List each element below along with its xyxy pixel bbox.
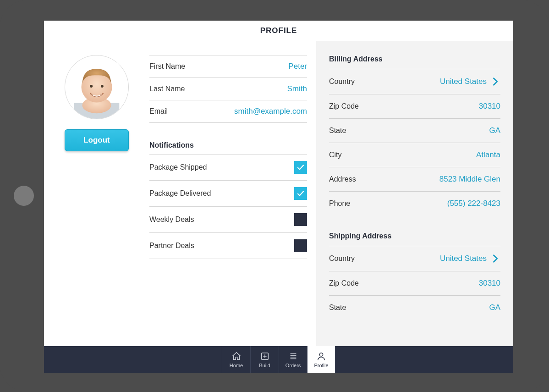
address-label: State [329,127,346,135]
address-label: Zip Code [329,102,359,110]
shipping-rows: CountryUnited StatesZip Code30310StateGA [329,246,500,320]
address-panel: Billing Address CountryUnited StatesZip … [316,41,513,346]
notification-row: Package Delivered [149,181,307,207]
tab-label: Home [230,363,243,368]
tab-profile[interactable]: Profile [307,346,335,373]
notification-checkbox[interactable] [294,161,307,174]
address-label: Country [329,254,355,263]
notification-row: Partner Deals [149,233,307,259]
address-value: Atlanta [476,150,500,160]
field-label: Email [149,107,168,116]
notification-row: Package Shipped [149,155,307,181]
chevron-right-icon [490,77,500,87]
notification-label: Partner Deals [149,242,194,250]
profile-fields: First Name Peter Last Name Smith Email s… [149,41,316,346]
notifications-title: Notifications [149,141,307,155]
address-value: 30310 [479,279,500,288]
address-row[interactable]: StateGA [329,296,500,320]
tab-build[interactable]: Build [250,346,279,373]
address-label: Zip Code [329,279,359,287]
address-value: GA [489,303,500,312]
tab-label: Build [259,363,270,368]
notification-checkbox[interactable] [294,239,307,252]
address-value: 8523 Middle Glen [439,175,500,184]
address-label: State [329,304,346,312]
address-label: Address [329,175,356,183]
address-value: United States [440,254,500,264]
field-label: Last Name [149,85,185,93]
tab-label: Profile [314,363,328,368]
shipping-title: Shipping Address [329,232,500,246]
address-row[interactable]: Zip Code30310 [329,94,500,119]
field-label: First Name [149,62,185,71]
field-last-name[interactable]: Last Name Smith [149,78,307,100]
svg-point-3 [90,85,93,88]
address-value: United States [440,77,500,87]
svg-point-12 [319,353,323,356]
address-row[interactable]: CityAtlanta [329,143,500,167]
notification-checkbox[interactable] [294,213,307,226]
logout-button[interactable]: Logout [65,129,129,151]
billing-block: Billing Address CountryUnited StatesZip … [329,55,500,215]
check-icon [296,189,305,198]
shipping-block: Shipping Address CountryUnited StatesZip… [329,232,500,320]
list-icon [288,351,298,361]
field-value: Smith [287,84,307,94]
plus-square-icon [260,351,270,361]
device-home-button[interactable] [14,186,34,206]
home-icon [231,351,242,361]
header: PROFILE [44,21,513,41]
notification-label: Package Delivered [149,189,211,198]
check-icon [296,163,305,171]
address-row[interactable]: StateGA [329,119,500,143]
field-email[interactable]: Email smith@example.com [149,100,307,123]
page-title: PROFILE [44,26,513,35]
notification-label: Weekly Deals [149,215,194,224]
field-value: smith@example.com [234,107,307,116]
screen: PROFILE [44,21,513,373]
avatar[interactable] [65,55,129,119]
tab-bar: HomeBuildOrdersProfile [44,346,513,373]
billing-title: Billing Address [329,55,500,69]
address-value: 30310 [479,102,500,111]
chevron-right-icon [490,254,500,264]
notifications-list: Package ShippedPackage DeliveredWeekly D… [149,155,307,259]
field-value: Peter [288,62,307,71]
profile-sidebar: Logout [44,41,149,346]
address-label: Country [329,77,355,86]
address-value: GA [489,126,500,135]
billing-rows: CountryUnited StatesZip Code30310StateGA… [329,69,500,215]
address-row[interactable]: CountryUnited States [329,246,500,271]
address-value: (555) 222-8423 [447,199,500,208]
address-label: Phone [329,199,350,208]
tablet-frame: PROFILE [0,0,549,392]
content: Logout First Name Peter Last Name Smith … [44,41,513,346]
person-icon [316,351,326,361]
svg-point-4 [101,85,104,88]
notification-label: Package Shipped [149,163,207,171]
avatar-image [65,55,128,119]
field-first-name[interactable]: First Name Peter [149,55,307,78]
address-row[interactable]: Zip Code30310 [329,271,500,296]
address-row[interactable]: Address8523 Middle Glen [329,167,500,192]
tab-orders[interactable]: Orders [279,346,307,373]
tab-home[interactable]: Home [222,346,250,373]
notification-row: Weekly Deals [149,207,307,233]
notification-checkbox[interactable] [294,187,307,200]
address-label: City [329,151,342,159]
address-row[interactable]: Phone(555) 222-8423 [329,192,500,215]
address-row[interactable]: CountryUnited States [329,69,500,94]
tab-label: Orders [285,363,301,368]
